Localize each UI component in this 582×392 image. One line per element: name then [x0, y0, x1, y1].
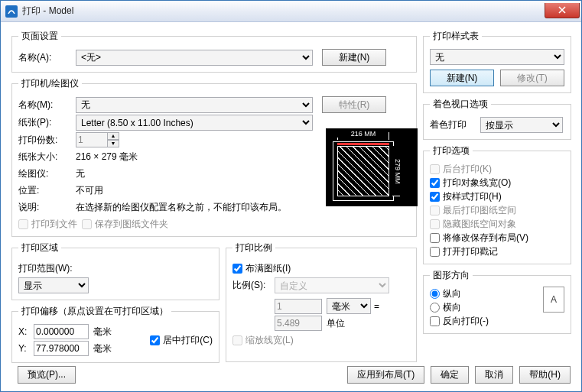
orientation-icon: A — [543, 287, 564, 313]
opt-lineweight-check[interactable]: 打印对象线宽(O) — [430, 177, 564, 190]
preview-width-dim: 216 MM — [337, 130, 389, 138]
print-offset-legend: 打印偏移（原点设置在可打印区域） — [18, 305, 171, 318]
scale-unit-select[interactable]: 毫米 — [327, 298, 371, 314]
svg-rect-0 — [5, 5, 18, 18]
close-button[interactable] — [545, 3, 580, 18]
copies-input — [76, 132, 108, 147]
copies-spinner[interactable]: ▲▼ — [107, 132, 119, 147]
scale-unit-label: 单位 — [327, 317, 371, 330]
printer-name-label: 名称(M): — [18, 99, 76, 112]
print-options-legend: 打印选项 — [430, 144, 473, 157]
opt-hidepaper-check: 隐藏图纸空间对象 — [430, 218, 564, 231]
print-area-legend: 打印区域 — [18, 241, 61, 254]
scale-lineweight-check: 缩放线宽(L) — [232, 334, 294, 347]
papersize-value: 216 × 279 毫米 — [76, 151, 138, 164]
window-title: 打印 - Model — [22, 5, 545, 18]
desc-value: 在选择新的绘图仪配置名称之前，不能打印该布局。 — [76, 201, 287, 214]
desc-label: 说明: — [18, 201, 76, 214]
paper-select[interactable]: Letter (8.50 x 11.00 Inches) — [76, 115, 313, 131]
ok-button[interactable]: 确定 — [431, 366, 469, 384]
printer-props-button: 特性(R) — [322, 96, 386, 113]
apply-layout-button[interactable]: 应用到布局(T) — [347, 366, 424, 384]
preview-height-dim: 279 MM — [391, 146, 402, 196]
offset-x-label: X: — [18, 326, 34, 337]
plotter-label: 绘图仪: — [18, 167, 76, 180]
app-icon — [5, 5, 18, 18]
location-label: 位置: — [18, 184, 76, 197]
page-name-select[interactable]: <无> — [76, 50, 313, 66]
plotter-value: 无 — [76, 167, 85, 180]
scale-unit-bottom-input — [275, 316, 322, 331]
style-table-group: 打印样式表 无 新建(N) 修改(T) — [423, 30, 571, 93]
orient-portrait-radio[interactable]: 纵向 — [430, 287, 543, 300]
help-button[interactable]: 帮助(H) — [519, 366, 571, 384]
scale-ratio-label: 比例(S): — [232, 279, 275, 292]
copies-label: 打印份数: — [18, 134, 76, 147]
print-dialog: 打印 - Model 页面设置 名称(A): <无> 新建(N) 打印机/绘图 — [0, 0, 582, 392]
printer-legend: 打印机/绘图仪 — [18, 77, 82, 90]
style-edit-button: 修改(T) — [500, 70, 564, 86]
titlebar[interactable]: 打印 - Model — [1, 1, 581, 22]
printer-group: 打印机/绘图仪 名称(M): 无 特性(R) 纸张(P): Letter (8.… — [11, 77, 417, 237]
offset-y-label: Y: — [18, 343, 34, 354]
save-to-sheet-check: 保存到图纸文件夹 — [82, 218, 168, 231]
shade-group: 着色视口选项 着色打印 按显示 — [423, 98, 571, 140]
offset-x-input[interactable] — [34, 324, 89, 339]
offset-x-unit: 毫米 — [93, 326, 112, 339]
page-setup-legend: 页面设置 — [18, 30, 61, 43]
scale-unit-top-input — [275, 299, 322, 314]
orientation-legend: 图形方向 — [430, 269, 473, 282]
orient-upside-check[interactable]: 反向打印(-) — [430, 315, 543, 328]
shade-select[interactable]: 按显示 — [480, 117, 563, 133]
offset-y-input[interactable] — [34, 341, 89, 356]
print-offset-group: 打印偏移（原点设置在可打印区域） X: 毫米 Y: — [11, 305, 219, 363]
paper-preview: 216 MM 279 MM — [326, 128, 418, 206]
print-range-label: 打印范围(W): — [18, 262, 73, 275]
opt-lastpaper-check: 最后打印图纸空间 — [430, 204, 564, 217]
print-range-select[interactable]: 显示 — [18, 277, 89, 293]
style-new-button[interactable]: 新建(N) — [430, 70, 494, 86]
orientation-group: 图形方向 纵向 横向 反向打印(-) A — [423, 269, 571, 334]
scale-eq: = — [374, 301, 379, 312]
print-area-group: 打印区域 打印范围(W): 显示 — [11, 241, 219, 300]
papersize-label: 纸张大小: — [18, 151, 76, 164]
paper-label: 纸张(P): — [18, 116, 76, 129]
print-to-file-check: 打印到文件 — [18, 218, 77, 231]
print-scale-group: 打印比例 布满图纸(I) 比例(S): 自定义 毫米 = — [226, 241, 417, 362]
shade-label: 着色打印 — [430, 118, 480, 131]
style-table-legend: 打印样式表 — [430, 30, 482, 43]
opt-bgprint-check: 后台打印(K) — [430, 163, 564, 176]
printer-name-select[interactable]: 无 — [76, 97, 313, 113]
page-name-label: 名称(A): — [18, 51, 76, 64]
print-options-group: 打印选项 后台打印(K) 打印对象线宽(O) 按样式打印(H) 最后打印图纸空间… — [423, 144, 571, 264]
opt-savelayout-check[interactable]: 将修改保存到布局(V) — [430, 232, 564, 245]
style-table-select[interactable]: 无 — [430, 49, 564, 65]
location-value: 不可用 — [76, 184, 103, 197]
page-setup-group: 页面设置 名称(A): <无> 新建(N) — [11, 30, 417, 73]
fit-paper-check[interactable]: 布满图纸(I) — [232, 262, 291, 275]
scale-ratio-select: 自定义 — [275, 277, 389, 293]
opt-stamp-check[interactable]: 打开打印戳记 — [430, 245, 564, 258]
offset-y-unit: 毫米 — [93, 342, 112, 355]
center-print-check[interactable]: 居中打印(C) — [150, 334, 213, 347]
page-new-button[interactable]: 新建(N) — [322, 49, 386, 66]
cancel-button[interactable]: 取消 — [475, 366, 513, 384]
preview-button[interactable]: 预览(P)... — [18, 366, 76, 384]
opt-bystyle-check[interactable]: 按样式打印(H) — [430, 190, 564, 203]
shade-legend: 着色视口选项 — [430, 98, 491, 111]
print-scale-legend: 打印比例 — [232, 241, 275, 254]
orient-landscape-radio[interactable]: 横向 — [430, 301, 543, 314]
